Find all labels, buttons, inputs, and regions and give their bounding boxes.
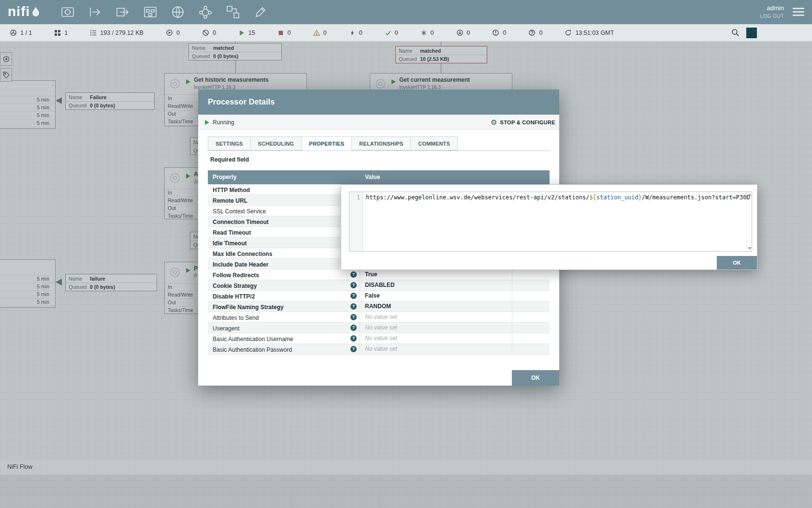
editor-code-input[interactable]: https://www.pegelonline.wsv.de/webservic… — [363, 192, 752, 251]
processor-partial[interactable]: 5 min 5 min 5 min 5 min — [0, 80, 56, 129]
locally-modified-stale-count: 0 — [503, 30, 506, 36]
connection-name-key: Name — [69, 276, 90, 282]
transmitting-icon — [166, 29, 173, 36]
help-icon[interactable]: ? — [350, 282, 357, 288]
property-row[interactable]: Basic Authentication Username? No value … — [208, 333, 550, 344]
connection-name-key: Name — [69, 94, 90, 100]
template-icon[interactable] — [226, 5, 240, 19]
tab-relationships[interactable]: RELATIONSHIPS — [351, 136, 410, 150]
property-row[interactable]: Cookie Strategy? DISABLED — [208, 280, 550, 291]
search-icon[interactable] — [731, 29, 740, 37]
connection-name-value: failure — [90, 276, 105, 282]
running-indicator-icon — [392, 79, 396, 84]
dialog-ok-button[interactable]: OK — [512, 370, 559, 386]
stat-in-label: In — [168, 95, 172, 101]
circle-tool-button[interactable] — [0, 52, 12, 66]
process-group-icon[interactable] — [143, 5, 158, 19]
refresh-status[interactable]: 13:51:03 GMT — [565, 29, 614, 36]
output-port-icon[interactable] — [116, 5, 130, 19]
property-row[interactable]: Follow Redirects? True — [208, 269, 550, 280]
connection-label[interactable]: Namematched Queued0 (0 bytes) — [188, 43, 282, 60]
disabled-status: 0 — [349, 30, 362, 36]
refresh-icon[interactable] — [565, 29, 572, 36]
property-label: HTTP Method — [213, 187, 250, 194]
connection-label-failure[interactable]: Namefailure Queued0 (0 bytes) — [65, 274, 157, 291]
tab-settings[interactable]: SETTINGS — [208, 136, 250, 150]
help-icon[interactable]: ? — [350, 346, 357, 352]
stat-in-label: In — [168, 190, 172, 195]
property-label: Include Date Header — [213, 261, 268, 268]
transmitting-status: 0 — [166, 29, 180, 36]
running-icon — [238, 30, 245, 36]
invalid-status: 0 — [313, 30, 327, 36]
connection-queued-key: Queued — [69, 284, 90, 290]
property-label: Useragent — [213, 325, 239, 332]
dialog-tabs: SETTINGS SCHEDULING PROPERTIES RELATIONS… — [208, 136, 550, 151]
property-row[interactable]: FlowFile Naming Strategy? RANDOM — [208, 301, 550, 312]
property-value[interactable]: No value set — [360, 323, 512, 333]
property-value[interactable]: True — [360, 269, 512, 280]
breadcrumb[interactable]: NiFi Flow — [7, 460, 32, 475]
stat-timing: 5 min — [37, 283, 49, 290]
dark-square-button[interactable] — [746, 28, 757, 38]
editor-scrollbar[interactable] — [746, 192, 752, 251]
property-value[interactable]: RANDOM — [360, 301, 512, 312]
help-icon[interactable]: ? — [350, 335, 357, 342]
gear-icon: ⚙ — [491, 119, 497, 126]
help-icon[interactable]: ? — [350, 314, 357, 320]
property-label: Max Idle Connections — [213, 251, 272, 257]
tag-tool-button[interactable] — [0, 68, 12, 82]
stat-readwrite-label: Read/Write — [168, 103, 193, 109]
processor-icon[interactable] — [60, 5, 75, 19]
property-row[interactable]: Basic Authentication Password? No value … — [208, 344, 550, 355]
global-menu-icon[interactable] — [793, 8, 804, 16]
property-value[interactable]: No value set — [360, 333, 512, 344]
locally-modified-count: 0 — [431, 30, 434, 36]
property-value[interactable]: No value set — [360, 312, 512, 322]
help-icon[interactable]: ? — [350, 303, 357, 310]
connection-queued-key: Queued — [192, 53, 213, 59]
processor-name: A — [194, 171, 198, 178]
property-value-editor: 1 https://www.pegelonline.wsv.de/webserv… — [341, 184, 757, 270]
required-field-note: Required field — [210, 156, 249, 163]
property-row[interactable]: Attributes to Send? No value set — [208, 312, 550, 323]
queued-count: 193 / 279.12 KB — [100, 30, 144, 36]
connection-queued-value: 0 (0 bytes) — [90, 284, 115, 290]
help-icon[interactable]: ? — [350, 293, 357, 299]
property-row[interactable]: Disable HTTP/2? False — [208, 291, 550, 301]
scroll-up-icon[interactable] — [748, 194, 752, 196]
property-value[interactable]: DISABLED — [360, 280, 512, 290]
threads-count: 1 — [64, 30, 68, 36]
running-indicator-icon — [186, 79, 190, 84]
locally-modified-stale-icon — [492, 29, 499, 36]
input-port-icon[interactable] — [88, 5, 102, 19]
nifi-logo: nifi — [8, 3, 40, 20]
stale-icon — [456, 29, 464, 36]
property-label: Basic Authentication Password — [213, 346, 292, 353]
funnel-icon[interactable] — [198, 5, 213, 19]
editor-ok-button[interactable]: OK — [717, 256, 757, 269]
connection-name-value: matched — [420, 48, 441, 54]
active-threads-status: 1 — [54, 30, 68, 36]
tab-properties[interactable]: PROPERTIES — [301, 136, 351, 151]
connection-name-value: matched — [213, 45, 234, 51]
processor-name: P — [194, 265, 198, 272]
help-icon[interactable]: ? — [350, 271, 357, 278]
scroll-down-icon[interactable] — [748, 247, 752, 250]
processor-partial[interactable]: 5 min 5 min 5 min 5 min — [0, 259, 56, 308]
connection-label-highlighted[interactable]: Namematched Queued10 (2.53 KB) — [395, 46, 487, 63]
label-icon[interactable] — [253, 5, 268, 19]
connection-queued-value: 10 (2.53 KB) — [420, 56, 449, 62]
property-value[interactable]: No value set — [360, 344, 512, 354]
connection-label-failure[interactable]: NameFailure Queued0 (0 bytes) — [65, 92, 155, 110]
stopped-status: 0 — [277, 30, 291, 36]
property-value[interactable]: False — [360, 291, 512, 301]
remote-process-group-icon[interactable] — [171, 5, 185, 19]
help-icon[interactable]: ? — [350, 325, 357, 331]
tab-scheduling[interactable]: SCHEDULING — [250, 136, 302, 150]
stat-out-label: Out — [168, 111, 176, 117]
stop-and-configure-button[interactable]: ⚙ STOP & CONFIGURE — [491, 115, 555, 130]
property-row[interactable]: Useragent? No value set — [208, 323, 550, 333]
logout-link[interactable]: LOG OUT — [760, 14, 784, 19]
tab-comments[interactable]: COMMENTS — [410, 136, 458, 150]
